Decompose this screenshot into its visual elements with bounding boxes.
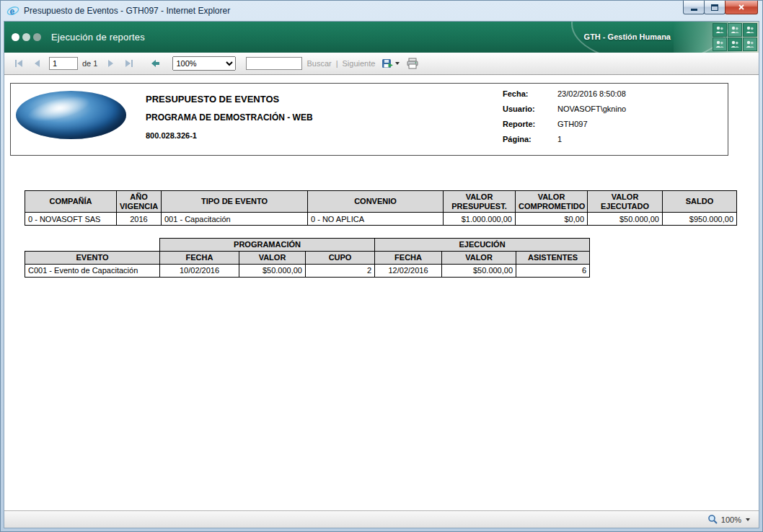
people-icon — [743, 37, 757, 51]
budget-table: COMPAÑÍA AÑO VIGENCIA TIPO DE EVENTO CON… — [25, 190, 737, 226]
internet-explorer-icon: e — [6, 5, 19, 17]
events-table: PROGRAMACIÓN EJECUCIÓN EVENTO FECHA VALO… — [25, 238, 590, 278]
earth-logo-image — [16, 91, 126, 139]
cell-compania: 0 - NOVASOFT SAS — [25, 213, 117, 226]
people-icon — [728, 37, 742, 51]
events-data-row: C001 - Evento de Capacitación 10/02/2016… — [25, 264, 590, 277]
group-header-ejecucion: EJECUCIÓN — [375, 239, 590, 252]
ie-window: e Presupuesto de Eventos - GTH097 - Inte… — [0, 0, 763, 532]
parent-report-button[interactable] — [148, 56, 162, 71]
logo-dot — [12, 33, 19, 41]
header-cell: VALOR — [239, 252, 306, 265]
page-number-input[interactable] — [49, 57, 78, 70]
find-button[interactable]: Buscar — [306, 59, 331, 68]
find-next-button[interactable]: Siguiente — [343, 59, 376, 68]
parent-report-icon — [150, 58, 161, 68]
zoom-select[interactable]: 100% — [172, 56, 236, 71]
budget-data-row: 0 - NOVASOFT SAS 2016 001 - Capacitación… — [25, 213, 737, 226]
export-caret-icon — [395, 62, 400, 65]
app-banner: Ejecución de reportes GTH - Gestión Huma… — [4, 22, 759, 53]
first-page-icon — [14, 58, 24, 68]
zoom-caret-icon — [746, 518, 750, 521]
cell-ano: 2016 — [117, 213, 162, 226]
budget-header-row: COMPAÑÍA AÑO VIGENCIA TIPO DE EVENTO CON… — [25, 191, 737, 213]
maximize-button[interactable] — [704, 1, 725, 14]
meta-row-reporte: Reporte: GTH097 — [503, 119, 626, 129]
previous-page-button[interactable] — [30, 56, 45, 71]
people-icon — [713, 23, 727, 37]
header-cell: FECHA — [375, 252, 442, 265]
cell-asistentes: 6 — [516, 264, 590, 277]
titlebar: e Presupuesto de Eventos - GTH097 - Inte… — [1, 1, 762, 21]
browser-client-area: Ejecución de reportes GTH - Gestión Huma… — [4, 21, 759, 528]
meta-label: Página: — [503, 134, 557, 144]
page-title: Ejecución de reportes — [51, 32, 145, 43]
close-icon — [738, 4, 745, 11]
last-page-icon — [124, 58, 134, 68]
export-button[interactable] — [379, 56, 401, 71]
report-page: PRESUPUESTO DE EVENTOS PROGRAMA DE DEMOS… — [4, 75, 759, 510]
cell-valor-presupuestado: $1.000.000,00 — [444, 213, 516, 226]
header-cell: EVENTO — [25, 252, 160, 265]
people-icon — [728, 23, 742, 37]
cell-valor-programacion: $50.000,00 — [239, 264, 306, 277]
logo-dot — [33, 33, 41, 41]
report-toolbar: de 1 100% Buscar | Siguiente — [4, 53, 759, 75]
statusbar-zoom-control[interactable]: 100% — [707, 514, 750, 525]
header-cell: CUPO — [306, 252, 375, 265]
page-count-label: de 1 — [82, 59, 97, 68]
cell-saldo: $950.000,00 — [663, 213, 737, 226]
events-header-row: EVENTO FECHA VALOR CUPO FECHA VALOR ASIS… — [25, 252, 590, 265]
meta-value: 23/02/2016 8:50:08 — [557, 89, 626, 99]
group-header-programacion: PROGRAMACIÓN — [160, 239, 375, 252]
print-button[interactable] — [405, 56, 420, 71]
window-controls — [684, 1, 758, 14]
header-cell: VALOR — [442, 252, 516, 265]
cell-cupo: 2 — [306, 264, 375, 277]
maximize-icon — [711, 4, 718, 11]
meta-label: Usuario: — [503, 104, 557, 114]
cell-valor-comprometido: $0,00 — [516, 213, 588, 226]
cell-evento: C001 - Evento de Capacitación — [25, 264, 160, 277]
people-icons-grid — [713, 23, 757, 51]
minimize-icon — [691, 9, 697, 11]
report-header-box: PRESUPUESTO DE EVENTOS PROGRAMA DE DEMOS… — [10, 83, 728, 156]
header-cell: SALDO — [663, 191, 737, 213]
people-icon — [743, 23, 757, 37]
header-cell: VALOR COMPROMETIDO — [516, 191, 588, 213]
meta-label: Reporte: — [503, 119, 557, 129]
previous-page-icon — [32, 58, 43, 68]
report-meta-fields: Fecha: 23/02/2016 8:50:08 Usuario: NOVAS… — [503, 89, 626, 149]
next-page-button[interactable] — [103, 56, 118, 71]
last-page-button[interactable] — [122, 56, 136, 71]
header-cell: COMPAÑÍA — [25, 191, 117, 213]
cell-tipo-evento: 001 - Capacitación — [162, 213, 308, 226]
print-icon — [406, 58, 419, 69]
close-button[interactable] — [725, 1, 758, 14]
status-bar: 100% — [4, 510, 759, 528]
meta-value: GTH097 — [557, 119, 588, 129]
header-cell: AÑO VIGENCIA — [117, 191, 162, 213]
meta-value: 1 — [557, 134, 562, 144]
novasoft-logo-dots — [12, 33, 41, 41]
meta-value: NOVASOFT\gknino — [557, 104, 626, 114]
cell-valor-ejecucion: $50.000,00 — [442, 264, 516, 277]
meta-label: Fecha: — [503, 89, 557, 99]
people-icon — [713, 37, 727, 51]
header-cell: TIPO DE EVENTO — [162, 191, 308, 213]
meta-row-pagina: Página: 1 — [503, 134, 626, 144]
zoom-icon — [707, 514, 718, 525]
report-subtitle: PROGRAMA DE DEMOSTRACIÓN - WEB — [146, 112, 313, 123]
zoom-level-label: 100% — [721, 515, 741, 524]
find-separator: | — [336, 59, 338, 68]
cell-convenio: 0 - NO APLICA — [308, 213, 444, 226]
header-cell: VALOR EJECUTADO — [588, 191, 663, 213]
first-page-button[interactable] — [12, 56, 26, 71]
header-cell: VALOR PRESUPUEST. — [444, 191, 516, 213]
next-page-icon — [105, 58, 115, 68]
minimize-button[interactable] — [683, 1, 705, 14]
header-cell: CONVENIO — [308, 191, 444, 213]
module-label: GTH - Gestión Humana — [584, 32, 671, 41]
svg-text:e: e — [10, 6, 15, 17]
search-input[interactable] — [246, 57, 302, 70]
